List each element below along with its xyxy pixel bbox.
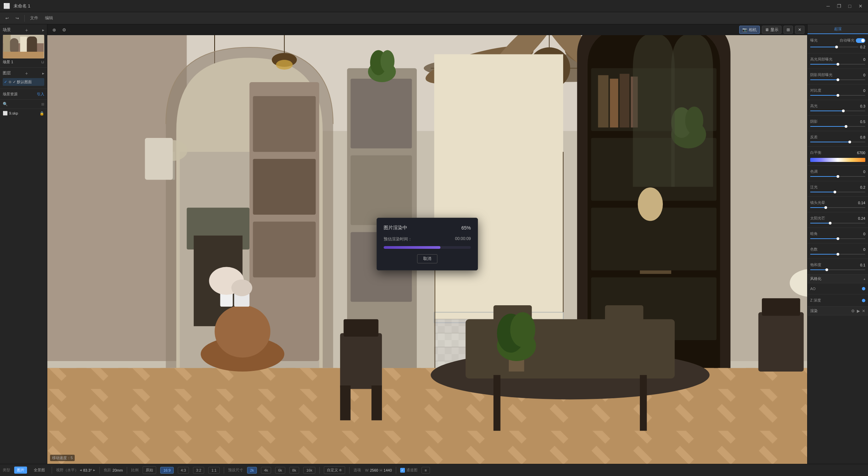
scene-add-icon[interactable]: + (25, 27, 28, 33)
titlebar-close[interactable]: ✕ (857, 2, 865, 10)
focal-label: 焦距 (104, 468, 111, 473)
titlebar-maximize[interactable]: □ (846, 2, 854, 10)
layer-type-icon: ⊕ (8, 80, 11, 84)
view-angle-arrow-right[interactable]: ▸ (93, 468, 95, 472)
saturation-slider[interactable] (810, 269, 865, 270)
white-balance-bar[interactable] (810, 158, 865, 162)
custom-btn[interactable]: 自定义 ⊕ (324, 466, 345, 474)
scene-thumbnail[interactable] (3, 35, 44, 58)
scene-section: 场景 + ▸ (0, 24, 47, 68)
view-type-panorama[interactable]: 全景图 (31, 467, 48, 474)
type-label: 类型 (3, 468, 10, 473)
render-play-icon[interactable]: ▶ (857, 309, 860, 313)
undo-button[interactable]: ↩ (3, 14, 11, 23)
grid-view-icon[interactable]: ⊞ (41, 102, 44, 106)
contrast-slider[interactable] (810, 95, 865, 96)
zdepth-toggle[interactable] (862, 299, 865, 302)
sun-glow-slider[interactable] (810, 223, 865, 223)
viewport-settings-tool[interactable]: ⚙ (60, 26, 68, 34)
scene-collapse-icon[interactable]: ▸ (42, 28, 44, 32)
ratio-origin[interactable]: 原始 (143, 466, 156, 474)
redo-button[interactable]: ↪ (13, 14, 22, 23)
camera-ctrl-btn[interactable]: 📷 相机 (739, 26, 760, 34)
layers-section: 图层 + ▸ ✓ ⊕ ✓ 默认图面 (0, 68, 47, 89)
more-btn[interactable]: ≡ (421, 467, 430, 474)
viewport-close-btn[interactable]: ✕ (795, 26, 804, 34)
render-title: 图片渲染中 (384, 225, 407, 231)
shadow-local-thumb[interactable] (837, 78, 839, 81)
svg-rect-34 (351, 79, 412, 148)
svg-rect-87 (215, 305, 270, 358)
view-angle-arrow-left[interactable]: ◂ (80, 468, 82, 472)
render-dialog-header: 图片渲染中 65% (384, 225, 471, 231)
preset-6k[interactable]: 6k (275, 467, 285, 474)
highlight-local-slider[interactable] (810, 64, 865, 65)
ao-toggle[interactable] (862, 287, 865, 290)
shadow-local-value: 0 (863, 73, 865, 77)
main-layout: 场景 + ▸ (0, 24, 868, 464)
right-sidebar: 起渲 曝光 自动曝光 0.2 (807, 24, 868, 464)
scene-item-label: 场景 1 ⊔ (3, 60, 44, 65)
lens-glow-slider[interactable] (810, 207, 865, 208)
post-section-header[interactable]: 风格化 ▴ (807, 275, 868, 283)
options-group: 选项 (354, 468, 361, 473)
ratio-3-2[interactable]: 3:2 (193, 467, 204, 474)
view-type-photo[interactable]: 图片 (14, 467, 27, 474)
shadow-section: 阴影 0.5 (807, 116, 868, 131)
preset-2k[interactable]: 2k (247, 467, 257, 474)
display-ctrl-btn[interactable]: 🖥 显示 (762, 26, 781, 34)
layer-default-item[interactable]: ✓ ⊕ ✓ 默认图面 (3, 78, 44, 86)
dark-corner-slider[interactable] (810, 238, 865, 239)
color-count-slider[interactable] (810, 254, 865, 255)
ratio-4-3[interactable]: 4:3 (178, 467, 189, 474)
viewport-top-controls: 📷 相机 🖥 显示 ⊞ ✕ (737, 24, 807, 35)
sep-7 (396, 467, 396, 474)
sep-1 (52, 467, 52, 474)
import-label[interactable]: 引入 (37, 92, 44, 97)
highlight-section: 高光 0.3 (807, 100, 868, 116)
highlight-slider[interactable] (810, 111, 865, 111)
viewport-move-tool[interactable]: ⊕ (50, 26, 58, 34)
contrast-section: 对比度 0 (807, 85, 868, 100)
titlebar-minimize[interactable]: ─ (824, 2, 832, 10)
exposure-auto: 自动曝光 (840, 38, 865, 43)
render-cancel-button[interactable]: 取消 (417, 254, 437, 263)
layers-collapse-icon[interactable]: ▸ (42, 71, 44, 76)
exposure-slider[interactable] (810, 47, 858, 47)
svg-rect-80 (340, 385, 351, 420)
extra-ctrl-btn[interactable]: ⊞ (783, 26, 793, 34)
color-adjust-slider[interactable] (810, 176, 865, 177)
titlebar-restore[interactable]: ❐ (835, 2, 843, 10)
file-item[interactable]: ⬜ 9.skp 🔒 (0, 109, 47, 118)
preset-4k[interactable]: 4k (261, 467, 271, 474)
tab-render[interactable]: 起渲 (807, 24, 868, 34)
shadow-slider[interactable] (810, 126, 865, 127)
ratio-group: 比例 (131, 468, 139, 473)
reflection-slider[interactable] (810, 142, 865, 142)
auto-exposure-toggle[interactable] (856, 38, 865, 43)
diffuse-slider[interactable] (810, 192, 865, 192)
ratio-16-9[interactable]: 16:9 (160, 467, 173, 474)
highlight-local-fill (810, 64, 838, 65)
toolbar-file[interactable]: 文件 (27, 14, 41, 23)
diffuse-section: 泛光 0.2 (807, 181, 868, 197)
zdepth-section: Z 深度 (807, 294, 868, 307)
toolbar-edit[interactable]: 编辑 (42, 14, 56, 23)
channel-checkbox[interactable]: ✓ (400, 468, 405, 473)
ratio-1-1[interactable]: 1:1 (208, 467, 219, 474)
zdepth-row: Z 深度 (810, 296, 865, 304)
render-settings-icon[interactable]: ⚙ (851, 309, 855, 313)
lens-glow-section: 镜头光晕 0.14 (807, 197, 868, 212)
shadow-local-slider[interactable] (810, 79, 865, 80)
exposure-thumb[interactable] (835, 46, 838, 48)
render-section-header[interactable]: 渲染 ⚙ ▶ ✕ (807, 307, 868, 315)
contrast-label: 对比度 (810, 88, 821, 93)
highlight-local-thumb[interactable] (837, 63, 839, 66)
preset-16k[interactable]: 16k (303, 467, 315, 474)
render-close-icon[interactable]: ✕ (862, 309, 865, 313)
svg-rect-82 (758, 312, 804, 372)
layers-add-icon[interactable]: + (25, 71, 28, 76)
diffuse-row: 泛光 0.2 (810, 183, 865, 191)
shadow-local-label: 阴影局部曝光 (810, 72, 833, 77)
preset-8k[interactable]: 8k (289, 467, 299, 474)
